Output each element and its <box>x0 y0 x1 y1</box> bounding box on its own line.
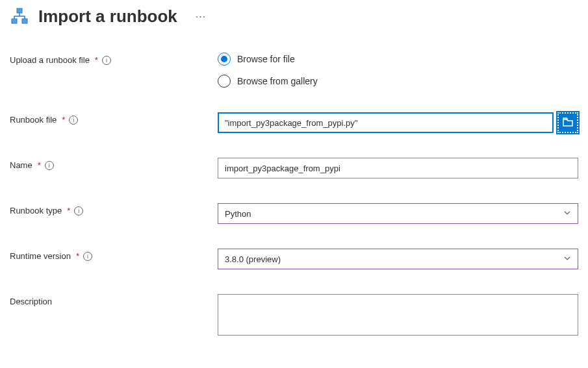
info-icon[interactable]: i <box>83 252 92 261</box>
label-text: Description <box>10 297 52 306</box>
radio-label: Browse from gallery <box>237 76 318 86</box>
runtime-version-label: Runtime version * i <box>10 249 218 261</box>
runbook-type-row: Runbook type * i Python <box>10 203 578 224</box>
required-marker: * <box>76 251 79 261</box>
label-text: Name <box>10 160 32 170</box>
description-label: Description <box>10 294 218 306</box>
runtime-version-select[interactable]: 3.8.0 (preview) <box>218 249 578 269</box>
description-row: Description <box>10 294 578 337</box>
select-value: 3.8.0 (preview) <box>225 254 281 264</box>
svg-rect-2 <box>22 19 27 23</box>
folder-icon <box>563 117 573 129</box>
label-text: Runbook type <box>10 206 62 215</box>
runbook-icon <box>10 7 29 27</box>
browse-from-gallery-radio[interactable]: Browse from gallery <box>218 75 578 88</box>
description-textarea[interactable] <box>218 294 578 336</box>
browse-file-button[interactable] <box>557 112 578 133</box>
upload-source-row: Upload a runbook file * i Browse for fil… <box>10 53 578 88</box>
radio-label: Browse for file <box>237 54 295 64</box>
runbook-file-label: Runbook file * i <box>10 112 218 125</box>
required-marker: * <box>38 160 41 170</box>
radio-circle-icon <box>218 75 231 88</box>
chevron-down-icon <box>563 254 571 264</box>
info-icon[interactable]: i <box>45 161 54 170</box>
radio-circle-icon <box>218 53 231 66</box>
name-input[interactable] <box>218 158 578 178</box>
required-marker: * <box>67 206 70 215</box>
chevron-down-icon <box>563 209 571 219</box>
label-text: Upload a runbook file <box>10 55 90 65</box>
upload-source-radio-group: Browse for file Browse from gallery <box>218 53 578 88</box>
runbook-type-select[interactable]: Python <box>218 203 578 224</box>
label-text: Runbook file <box>10 115 57 125</box>
browse-for-file-radio[interactable]: Browse for file <box>218 53 578 66</box>
svg-rect-1 <box>12 19 17 23</box>
page-header: Import a runbook ··· <box>10 6 578 27</box>
info-icon[interactable]: i <box>69 116 78 125</box>
required-marker: * <box>62 115 65 125</box>
runbook-file-input[interactable] <box>218 112 554 133</box>
select-value: Python <box>225 209 251 219</box>
label-text: Runtime version <box>10 251 71 261</box>
svg-rect-0 <box>17 8 22 13</box>
name-label: Name * i <box>10 158 218 170</box>
info-icon[interactable]: i <box>74 206 83 215</box>
runbook-type-label: Runbook type * i <box>10 203 218 215</box>
more-actions-button[interactable]: ··· <box>190 11 211 23</box>
runtime-version-row: Runtime version * i 3.8.0 (preview) <box>10 249 578 269</box>
name-row: Name * i <box>10 158 578 178</box>
runbook-file-row: Runbook file * i <box>10 112 578 133</box>
upload-source-label: Upload a runbook file * i <box>10 53 218 65</box>
page-title: Import a runbook <box>38 6 177 27</box>
required-marker: * <box>95 55 98 65</box>
info-icon[interactable]: i <box>102 56 111 65</box>
